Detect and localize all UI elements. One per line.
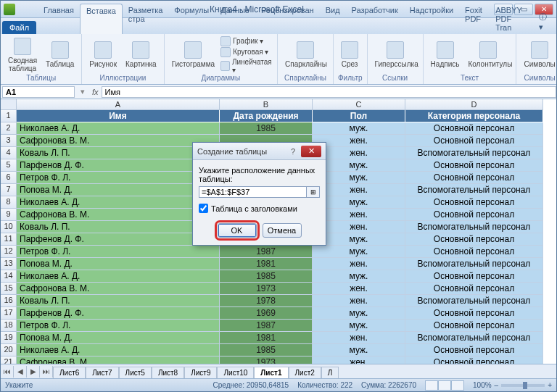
zoom-control[interactable]: 100% –+ [473,381,552,389]
cell[interactable]: Петров Ф. Л. [17,172,220,184]
cell[interactable]: муж. [313,270,405,283]
table-header[interactable]: Дата рождения [220,110,313,122]
row-header[interactable]: 2 [1,122,17,135]
row-header[interactable]: 10 [1,221,17,233]
ribbon-item[interactable]: Надпись [428,40,463,70]
sheet-tab[interactable]: Лист1 [254,367,288,378]
dialog-close-icon[interactable]: ✕ [301,146,321,157]
cell[interactable]: жен. [313,135,405,147]
name-box[interactable]: A1 [2,86,75,98]
cell[interactable]: 1987 [220,246,313,258]
sheet-nav-prev-icon[interactable]: ◀ [14,366,27,378]
cell[interactable]: Вспомогательный персонал [405,147,543,159]
ribbon-item[interactable]: Колонтитулы [465,40,511,70]
file-tab[interactable]: Файл [2,21,36,34]
cell[interactable]: Николаев А. Д. [17,122,220,135]
cell[interactable]: Коваль Л. П. [17,147,220,159]
ribbon-item[interactable]: Картинка [123,40,160,70]
row-header[interactable]: 15 [1,283,17,295]
row-header[interactable]: 16 [1,295,17,307]
cell[interactable]: 1973 [220,283,313,295]
table-header[interactable]: Имя [17,110,220,122]
column-header[interactable]: B [220,99,313,110]
row-header[interactable]: 13 [1,258,17,270]
cell[interactable]: муж. [313,246,405,258]
cell[interactable]: Основной персонал [405,307,543,320]
cell[interactable]: Вспомогательный персонал [405,184,543,196]
row-header[interactable]: 9 [1,209,17,221]
sheet-tab[interactable]: Лист10 [217,367,254,378]
cell[interactable]: Коваль Л. П. [17,221,220,233]
cell[interactable]: жен. [313,295,405,307]
cell[interactable]: жен. [313,258,405,270]
row-header[interactable]: 3 [1,135,17,147]
cell[interactable]: Вспомогательный персонал [405,221,543,233]
ribbon-tab[interactable]: Разметка стра [123,4,169,34]
table-header[interactable]: Пол [313,110,405,122]
cell[interactable]: Основной персонал [405,320,543,332]
help-icon[interactable]: ⓘ ▾ [535,9,556,34]
sheet-tab[interactable]: Лист8 [152,367,184,378]
ribbon-tab[interactable]: Формулы [168,4,215,34]
cell[interactable]: Попова М. Д. [17,258,220,270]
sheet-tab[interactable]: Лист7 [86,367,118,378]
cell[interactable]: муж. [313,172,405,184]
cell[interactable]: Основной персонал [405,246,543,258]
ribbon-item[interactable]: Своднаятаблица [5,36,40,74]
cell[interactable]: 1978 [220,295,313,307]
sheet-tab[interactable]: Лист9 [184,367,217,378]
cell[interactable]: 1985 [220,122,313,135]
cell[interactable]: муж. [313,122,405,135]
cell[interactable]: Основной персонал [405,122,543,135]
row-header[interactable]: 18 [1,320,17,332]
sheet-nav-last-icon[interactable]: ⏭ [40,366,53,378]
row-header[interactable]: 20 [1,344,17,356]
ribbon-item[interactable]: Гистограмма [169,40,218,70]
cell[interactable]: 1985 [220,270,313,283]
cell[interactable]: муж. [313,307,405,320]
namebox-dropdown-icon[interactable]: ▾ [76,87,89,96]
cell[interactable]: Петров Ф. Л. [17,320,220,332]
ok-button[interactable]: OK [218,223,257,238]
row-header[interactable]: 4 [1,147,17,159]
cell[interactable]: жен. [313,356,405,364]
cell[interactable]: Основной персонал [405,209,543,221]
cell[interactable]: Основной персонал [405,233,543,246]
cell[interactable]: Вспомогательный персонал [405,295,543,307]
view-buttons[interactable] [425,380,464,391]
ribbon-tab[interactable]: Главная [38,4,80,34]
cell[interactable]: Попова М. Д. [17,332,220,344]
row-header[interactable]: 12 [1,246,17,258]
cell[interactable]: 1981 [220,258,313,270]
cell[interactable]: Вспомогательный персонал [405,258,543,270]
ribbon-item[interactable]: Рисунок [86,40,120,70]
row-header[interactable]: 7 [1,184,17,196]
cell[interactable]: муж. [313,196,405,209]
ribbon-item[interactable]: Таблица [43,40,77,70]
cell[interactable]: 1973 [220,356,313,364]
cell[interactable]: Сафронова В. М. [17,135,220,147]
row-header[interactable]: 17 [1,307,17,320]
cell[interactable]: жен. [313,209,405,221]
cell[interactable]: Петров Ф. Л. [17,246,220,258]
range-picker-icon[interactable]: ⊞ [307,186,320,198]
sheet-nav-next-icon[interactable]: ▶ [27,366,40,378]
select-all[interactable] [1,99,17,110]
formula-input[interactable]: Имя [102,86,556,98]
cell[interactable]: Сафронова В. М. [17,356,220,364]
cell[interactable]: Николаев А. Д. [17,344,220,356]
sheet-tab[interactable]: Лист2 [289,367,321,378]
cancel-button[interactable]: Отмена [263,223,302,238]
sheet-nav-first-icon[interactable]: ⏮ [1,366,14,378]
column-header[interactable]: D [405,99,543,110]
row-header[interactable]: 5 [1,159,17,172]
table-header[interactable]: Категория персонала [405,110,543,122]
cell[interactable]: Николаев А. Д. [17,270,220,283]
row-header[interactable]: 19 [1,332,17,344]
cell[interactable]: 1981 [220,332,313,344]
cell[interactable]: Основной персонал [405,172,543,184]
cell[interactable]: Основной персонал [405,270,543,283]
cell[interactable]: Основной персонал [405,344,543,356]
row-header[interactable]: 1 [1,110,17,122]
ribbon-item[interactable]: Линейчатая ▾ [220,58,273,74]
